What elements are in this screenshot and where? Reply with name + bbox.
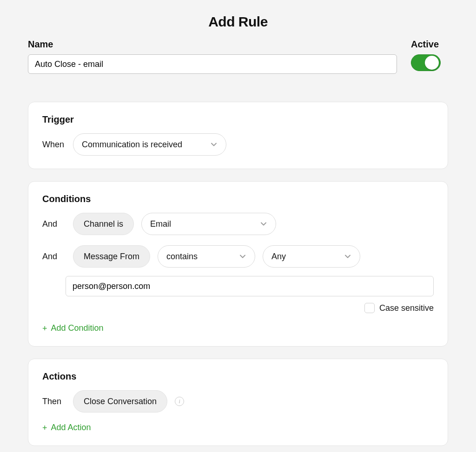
toggle-knob [425, 56, 439, 70]
condition-field-chip: Channel is [73, 213, 134, 235]
actions-heading: Actions [42, 371, 434, 382]
condition-row: And Channel is Email [42, 213, 434, 235]
condition-row: And Message From contains Any [42, 245, 434, 268]
condition-field-chip: Message From [73, 245, 150, 268]
trigger-card: Trigger When Communication is received [28, 102, 448, 169]
add-condition-button[interactable]: + Add Condition [42, 323, 104, 333]
plus-icon: + [42, 424, 47, 432]
trigger-lead: When [42, 140, 66, 150]
conditions-card: Conditions And Channel is Email And Mess… [28, 181, 448, 347]
chevron-down-icon [239, 253, 246, 260]
condition-scope-select[interactable]: Any [263, 245, 360, 268]
conditions-heading: Conditions [42, 194, 434, 204]
chevron-down-icon [210, 141, 218, 148]
condition-operator-select[interactable]: contains [158, 245, 255, 268]
active-toggle[interactable] [411, 54, 441, 71]
condition-scope: Any [271, 252, 286, 262]
actions-lead: Then [42, 397, 66, 406]
condition-text-input[interactable] [66, 276, 434, 296]
add-action-button[interactable]: + Add Action [42, 423, 91, 432]
condition-lead: And [42, 219, 66, 229]
case-sensitive-checkbox[interactable] [364, 303, 375, 313]
chevron-down-icon [260, 220, 267, 228]
trigger-event-select[interactable]: Communication is received [73, 133, 226, 156]
rule-name-input[interactable] [28, 54, 397, 74]
condition-value-select[interactable]: Email [141, 213, 276, 235]
info-icon[interactable]: i [175, 397, 184, 406]
name-label: Name [28, 39, 397, 50]
condition-value: Email [150, 219, 171, 229]
trigger-heading: Trigger [42, 114, 434, 125]
add-condition-label: Add Condition [51, 323, 104, 333]
trigger-event-value: Communication is received [82, 140, 182, 150]
add-action-label: Add Action [51, 423, 91, 432]
chevron-down-icon [344, 253, 351, 260]
active-label: Active [411, 39, 448, 50]
case-sensitive-label: Case sensitive [379, 303, 434, 313]
page-title: Add Rule [28, 14, 448, 30]
action-chip: Close Conversation [73, 390, 167, 413]
condition-operator: contains [166, 252, 198, 262]
condition-lead: And [42, 252, 66, 262]
actions-card: Actions Then Close Conversation i + Add … [28, 359, 448, 446]
plus-icon: + [42, 324, 47, 333]
